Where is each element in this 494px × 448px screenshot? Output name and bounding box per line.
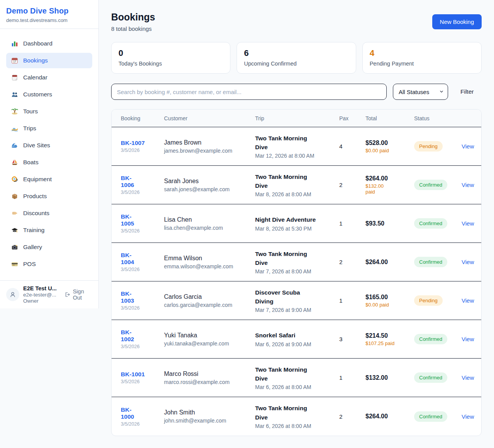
booking-id-link[interactable]: BK-1005	[121, 213, 139, 227]
sidebar-item-gallery[interactable]: Gallery	[6, 239, 92, 255]
view-link[interactable]: View	[455, 336, 474, 342]
status-badge: Confirmed	[414, 334, 447, 344]
paid-amount: $0.00 paid	[365, 148, 414, 153]
booking-id-link[interactable]: BK-1002	[121, 329, 139, 343]
total-amount: $165.00	[365, 294, 414, 301]
customer-email: yuki.tanaka@example.com	[164, 340, 255, 347]
sidebar-item-label: Bookings	[23, 57, 48, 64]
trip-name: Discover Scuba Diving	[255, 288, 318, 306]
sign-out-button[interactable]: Sign Out	[64, 288, 92, 301]
trip-datetime: Mar 12, 2026 at 8:00 AM	[255, 153, 339, 159]
booking-id-link[interactable]: BK-1003	[121, 290, 139, 304]
filter-button[interactable]: Filter	[460, 88, 474, 95]
sidebar-item-label: Boats	[23, 159, 39, 166]
sidebar-item-training[interactable]: Training	[6, 222, 92, 238]
sidebar-item-products[interactable]: Products	[6, 189, 92, 204]
table-row: BK-1001 3/5/2026 Marco Rossi marco.rossi…	[112, 359, 481, 397]
booking-date: 3/5/2026	[121, 190, 164, 195]
booking-id-link[interactable]: BK-1004	[121, 252, 139, 266]
total-amount: $132.00	[365, 374, 414, 381]
sidebar-item-label: Calendar	[23, 74, 47, 81]
new-booking-button[interactable]: New Booking	[432, 14, 482, 29]
page-header: Bookings 8 total bookings New Booking	[111, 12, 482, 32]
table-row: BK-1006 3/5/2026 Sarah Jones sarah.jones…	[112, 166, 481, 204]
booking-id-link[interactable]: BK-1007	[121, 140, 145, 147]
sidebar-item-label: Discounts	[23, 210, 49, 217]
sidebar-item-dive-sites[interactable]: Dive Sites	[6, 138, 92, 153]
view-link[interactable]: View	[455, 374, 474, 381]
sidebar-item-discounts[interactable]: Discounts	[6, 205, 92, 221]
status-badge: Confirmed	[414, 180, 447, 190]
view-link[interactable]: View	[455, 413, 474, 420]
customer-name: Lisa Chen	[164, 216, 255, 223]
sailboat-icon	[11, 159, 18, 166]
avatar	[6, 288, 19, 301]
total-bookings-count: 8 total bookings	[111, 25, 155, 32]
sidebar-user-footer: E2E Test U... e2e-tester@... Owner Sign …	[0, 280, 98, 308]
sidebar-item-bookings[interactable]: 17 Bookings	[6, 53, 92, 68]
stat-card-todays-bookings: 0 Today's Bookings	[111, 42, 230, 74]
sidebar-item-dashboard[interactable]: Dashboard	[6, 36, 92, 51]
customer-name: James Brown	[164, 139, 255, 146]
sidebar-item-label: Gallery	[23, 244, 42, 251]
pax-count: 1	[339, 220, 365, 227]
sidebar-item-boats[interactable]: Boats	[6, 155, 92, 170]
booking-date: 3/5/2026	[121, 379, 164, 384]
view-link[interactable]: View	[455, 143, 474, 150]
user-name: E2E Test U...	[23, 285, 61, 291]
pax-count: 1	[339, 374, 365, 381]
table-row: BK-1005 3/5/2026 Lisa Chen lisa.chen@exa…	[112, 204, 481, 243]
table-row: BK-1007 3/5/2026 James Brown james.brown…	[112, 127, 481, 166]
sidebar-item-customers[interactable]: Customers	[6, 87, 92, 102]
customer-name: Emma Wilson	[164, 255, 255, 262]
customer-email: sarah.jones@example.com	[164, 186, 255, 192]
trip-name: Two Tank Morning Dive	[255, 172, 318, 190]
filter-row: All Statuses Filter	[111, 84, 482, 100]
trip-name: Night Dive Adventure	[255, 215, 318, 224]
table-header-row: Booking Customer Trip Pax Total Status	[112, 109, 481, 127]
island-icon	[11, 108, 18, 115]
stat-label: Upcoming Confirmed	[244, 61, 349, 67]
total-amount: $264.00	[365, 175, 414, 182]
booking-date: 3/5/2026	[121, 148, 164, 153]
sidebar-item-trips[interactable]: Trips	[6, 121, 92, 136]
column-header-booking: Booking	[121, 115, 164, 121]
sidebar-item-label: Dashboard	[23, 40, 52, 47]
sidebar: Demo Dive Shop demo.test.divestreams.com…	[0, 0, 99, 308]
sidebar-item-label: Training	[23, 227, 44, 234]
page-title: Bookings	[111, 12, 155, 23]
sidebar-item-label: Products	[23, 193, 47, 200]
user-role: Owner	[23, 298, 61, 304]
sidebar-item-label: POS	[23, 261, 36, 268]
sidebar-item-tours[interactable]: Tours	[6, 104, 92, 119]
trip-datetime: Mar 6, 2026 at 8:00 AM	[255, 384, 339, 390]
customer-name: Marco Rossi	[164, 371, 255, 377]
booking-id-link[interactable]: BK-1001	[121, 371, 145, 378]
booking-id-link[interactable]: BK-1000	[121, 406, 139, 420]
stat-label: Today's Bookings	[118, 61, 223, 67]
column-header-customer: Customer	[164, 115, 255, 121]
bar-chart-icon	[11, 40, 18, 47]
total-amount: $214.50	[365, 332, 414, 339]
view-link[interactable]: View	[455, 297, 474, 304]
sidebar-item-calendar[interactable]: Calendar	[6, 70, 92, 85]
search-input[interactable]	[111, 84, 387, 100]
view-link[interactable]: View	[455, 259, 474, 265]
view-link[interactable]: View	[455, 220, 474, 227]
people-icon	[11, 91, 18, 98]
pax-count: 3	[339, 336, 365, 342]
person-icon	[9, 291, 16, 298]
status-select[interactable]: All Statuses	[393, 84, 448, 100]
bookings-table: Booking Customer Trip Pax Total Status B…	[111, 109, 482, 436]
sidebar-item-pos[interactable]: POS	[6, 256, 92, 272]
view-link[interactable]: View	[455, 182, 474, 188]
stat-label: Pending Payment	[370, 61, 474, 67]
booking-date: 3/5/2026	[121, 267, 164, 272]
table-row: BK-1003 3/5/2026 Carlos Garcia carlos.ga…	[112, 281, 481, 320]
pax-count: 2	[339, 259, 365, 265]
paid-amount: $0.00 paid	[365, 302, 414, 308]
booking-id-link[interactable]: BK-1006	[121, 175, 139, 189]
sidebar-item-equipment[interactable]: Equipment	[6, 172, 92, 187]
shop-domain: demo.test.divestreams.com	[6, 17, 92, 23]
credit-card-icon	[11, 261, 18, 268]
